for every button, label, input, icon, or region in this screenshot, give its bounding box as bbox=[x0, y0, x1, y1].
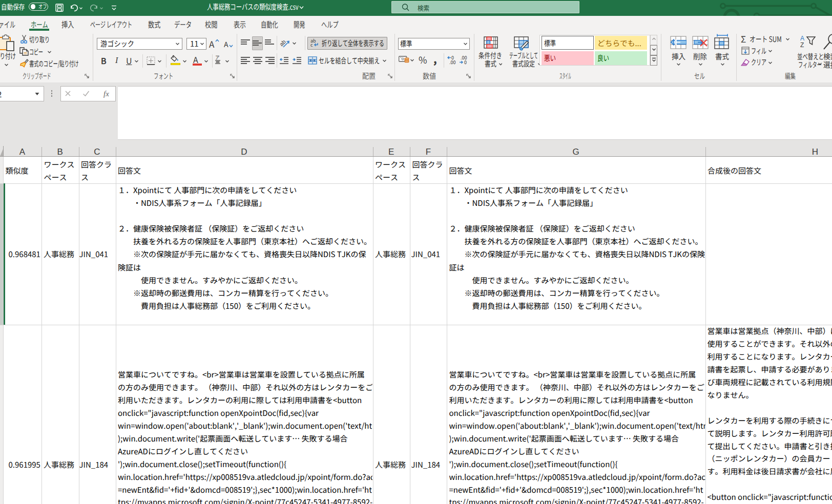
svg-text:0: 0 bbox=[464, 59, 467, 65]
svg-text:A: A bbox=[800, 35, 804, 42]
svg-text:ab: ab bbox=[280, 38, 287, 47]
svg-text:Z: Z bbox=[800, 41, 804, 48]
svg-text:.00: .00 bbox=[449, 59, 456, 65]
svg-text:c: c bbox=[310, 41, 313, 47]
